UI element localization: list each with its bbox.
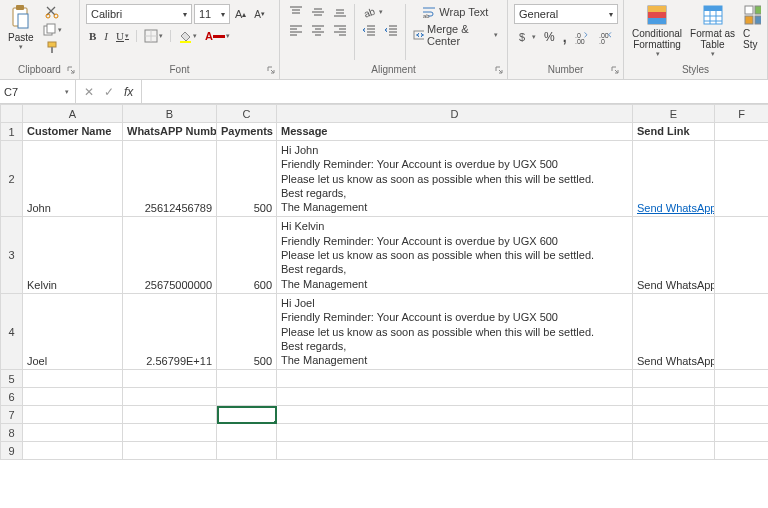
cell[interactable]: Send Link	[633, 123, 715, 141]
cell[interactable]	[23, 406, 123, 424]
cell[interactable]	[277, 406, 633, 424]
conditional-formatting-button[interactable]: Conditional Formatting▾	[628, 2, 686, 60]
number-dialog-launcher[interactable]	[609, 64, 621, 76]
cell[interactable]	[23, 442, 123, 460]
align-bottom-button[interactable]	[330, 4, 350, 20]
col-header-E[interactable]: E	[633, 105, 715, 123]
align-top-button[interactable]	[286, 4, 306, 20]
cell[interactable]	[633, 370, 715, 388]
font-dialog-launcher[interactable]	[265, 64, 277, 76]
cell[interactable]	[633, 406, 715, 424]
cell[interactable]: Customer Name	[23, 123, 123, 141]
cell[interactable]	[217, 424, 277, 442]
number-format-combo[interactable]: General▾	[514, 4, 618, 24]
cell[interactable]	[715, 406, 769, 424]
cut-button[interactable]	[40, 4, 65, 20]
font-color-button[interactable]: A▾	[202, 29, 233, 43]
cell[interactable]	[123, 388, 217, 406]
cell[interactable]	[277, 370, 633, 388]
cell-styles-button[interactable]: C Sty	[739, 2, 761, 52]
cell[interactable]	[123, 370, 217, 388]
cell[interactable]	[123, 406, 217, 424]
cell[interactable]	[23, 370, 123, 388]
increase-decimal-button[interactable]: .0.00	[572, 29, 594, 45]
cell[interactable]	[715, 217, 769, 293]
row-header-7[interactable]: 7	[1, 406, 23, 424]
cell[interactable]: 600	[217, 217, 277, 293]
cell[interactable]	[23, 388, 123, 406]
merge-center-button[interactable]: Merge & Center▾	[410, 22, 501, 48]
cell[interactable]	[633, 442, 715, 460]
cell[interactable]	[123, 424, 217, 442]
percent-button[interactable]: %	[541, 29, 558, 45]
cell[interactable]	[715, 388, 769, 406]
row-header-1[interactable]: 1	[1, 123, 23, 141]
cell[interactable]	[277, 424, 633, 442]
copy-button[interactable]: ▾	[40, 22, 65, 38]
underline-button[interactable]: U▾	[113, 29, 132, 43]
align-center-button[interactable]	[308, 22, 328, 38]
cell[interactable]	[217, 370, 277, 388]
comma-button[interactable]: ,	[560, 28, 570, 46]
col-header-A[interactable]: A	[23, 105, 123, 123]
cell[interactable]: 2.56799E+11	[123, 293, 217, 369]
active-cell[interactable]	[217, 406, 277, 424]
decrease-decimal-button[interactable]: .00.0	[596, 29, 618, 45]
formula-input[interactable]	[142, 80, 768, 103]
cell[interactable]: Message	[277, 123, 633, 141]
cell[interactable]: Hi Joel Friendly Reminder: Your Account …	[277, 293, 633, 369]
cell[interactable]: Send WhatsApp	[633, 141, 715, 217]
cell[interactable]: 25675000000	[123, 217, 217, 293]
cell[interactable]	[277, 442, 633, 460]
cell[interactable]: 500	[217, 141, 277, 217]
row-header-9[interactable]: 9	[1, 442, 23, 460]
italic-button[interactable]: I	[101, 29, 111, 43]
select-all-corner[interactable]	[1, 105, 23, 123]
row-header-8[interactable]: 8	[1, 424, 23, 442]
alignment-dialog-launcher[interactable]	[493, 64, 505, 76]
insert-function-button[interactable]: fx	[120, 85, 137, 99]
row-header-6[interactable]: 6	[1, 388, 23, 406]
orientation-button[interactable]: ab▾	[359, 4, 386, 20]
cell[interactable]	[715, 442, 769, 460]
cell[interactable]	[715, 293, 769, 369]
paste-button[interactable]: Paste ▾	[4, 2, 38, 53]
cell[interactable]	[217, 388, 277, 406]
col-header-D[interactable]: D	[277, 105, 633, 123]
spreadsheet-grid[interactable]: A B C D E F 1 Customer Name WhatsAPP Num…	[0, 104, 768, 508]
cell[interactable]	[217, 442, 277, 460]
cell[interactable]: Send WhatsApp	[633, 293, 715, 369]
shrink-font-button[interactable]: A▾	[251, 8, 268, 21]
cell[interactable]: 25612456789	[123, 141, 217, 217]
row-header-3[interactable]: 3	[1, 217, 23, 293]
format-as-table-button[interactable]: Format as Table▾	[686, 2, 739, 60]
wrap-text-button[interactable]: abWrap Text	[410, 4, 501, 20]
font-name-combo[interactable]: Calibri▾	[86, 4, 192, 24]
cell[interactable]	[633, 388, 715, 406]
fill-color-button[interactable]: ▾	[175, 28, 200, 44]
format-painter-button[interactable]	[40, 40, 65, 56]
col-header-B[interactable]: B	[123, 105, 217, 123]
cell[interactable]	[715, 141, 769, 217]
increase-indent-button[interactable]	[381, 22, 401, 38]
decrease-indent-button[interactable]	[359, 22, 379, 38]
align-middle-button[interactable]	[308, 4, 328, 20]
cell[interactable]	[123, 442, 217, 460]
grow-font-button[interactable]: A▴	[232, 7, 249, 21]
cell[interactable]: Hi Kelvin Friendly Reminder: Your Accoun…	[277, 217, 633, 293]
cell[interactable]	[23, 424, 123, 442]
cell[interactable]: Send WhatsApp	[633, 217, 715, 293]
cell[interactable]	[715, 370, 769, 388]
cell[interactable]	[715, 424, 769, 442]
cell[interactable]: Payments	[217, 123, 277, 141]
enter-formula-button[interactable]: ✓	[100, 85, 118, 99]
cell[interactable]: John	[23, 141, 123, 217]
cell[interactable]: Joel	[23, 293, 123, 369]
align-left-button[interactable]	[286, 22, 306, 38]
send-whatsapp-link[interactable]: Send WhatsApp	[637, 202, 715, 214]
bold-button[interactable]: B	[86, 29, 99, 43]
cell[interactable]: Hi John Friendly Reminder: Your Account …	[277, 141, 633, 217]
name-box[interactable]: C7 ▾	[0, 80, 76, 103]
cancel-formula-button[interactable]: ✕	[80, 85, 98, 99]
borders-button[interactable]: ▾	[141, 28, 166, 44]
